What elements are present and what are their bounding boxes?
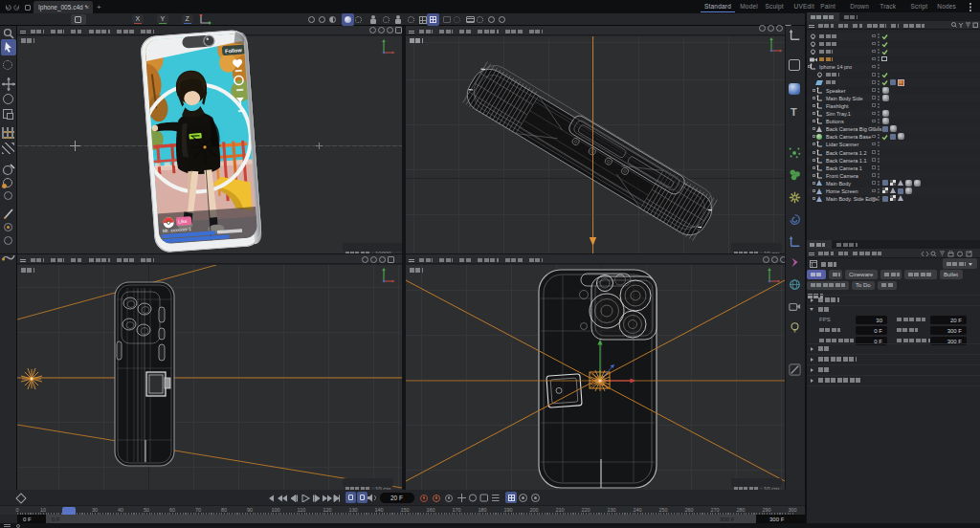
- svg-text:Like: Like: [178, 218, 188, 225]
